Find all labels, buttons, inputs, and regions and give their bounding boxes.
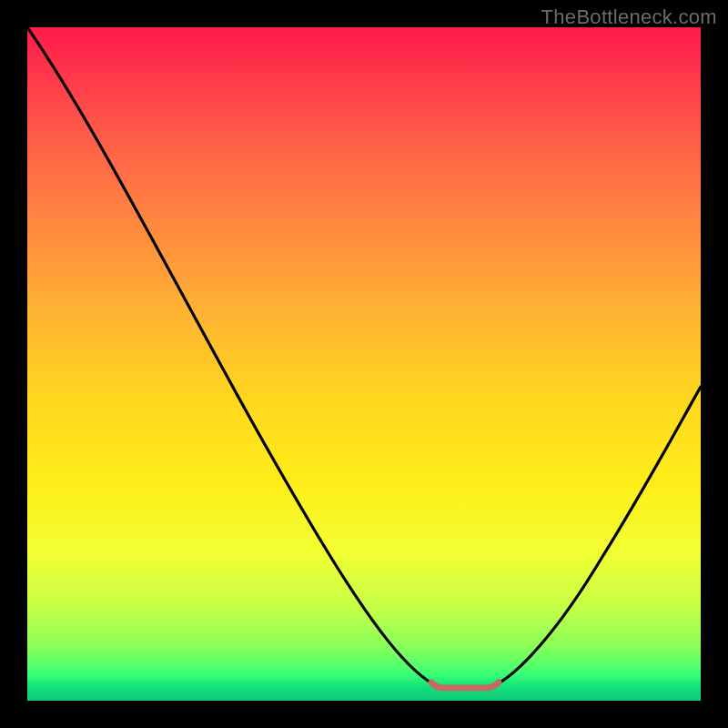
plot-gradient-background xyxy=(27,27,701,701)
chart-frame: TheBottleneck.com xyxy=(0,0,728,728)
watermark-text: TheBottleneck.com xyxy=(541,5,717,29)
